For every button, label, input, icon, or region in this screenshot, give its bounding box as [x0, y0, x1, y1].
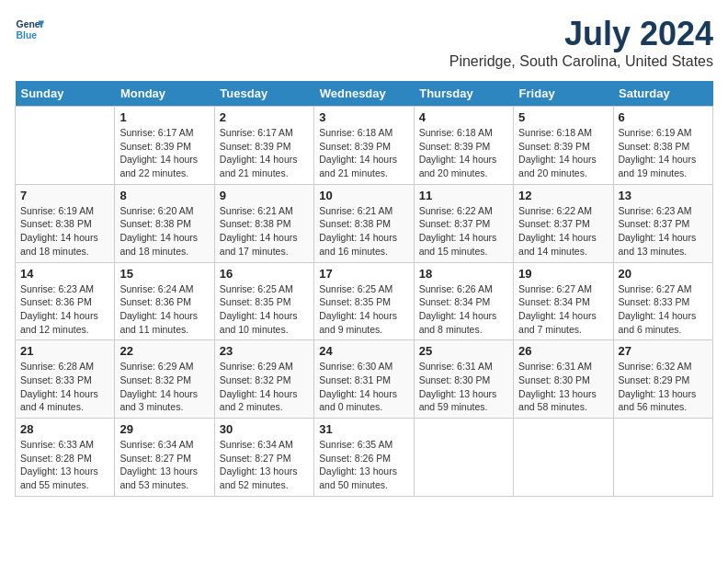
day-info: Sunrise: 6:35 AM Sunset: 8:26 PM Dayligh… [319, 438, 408, 492]
day-number: 8 [119, 189, 209, 202]
day-number: 6 [619, 110, 708, 124]
calendar-header-row: SundayMondayTuesdayWednesdayThursdayFrid… [16, 81, 713, 107]
day-number: 12 [518, 189, 608, 202]
calendar-table: SundayMondayTuesdayWednesdayThursdayFrid… [15, 81, 713, 497]
calendar-cell: 5Sunrise: 6:18 AM Sunset: 8:39 PM Daylig… [514, 107, 613, 185]
day-info: Sunrise: 6:18 AM Sunset: 8:39 PM Dayligh… [518, 126, 608, 180]
calendar-cell: 20Sunrise: 6:27 AM Sunset: 8:33 PM Dayli… [613, 262, 712, 340]
day-info: Sunrise: 6:27 AM Sunset: 8:33 PM Dayligh… [619, 282, 708, 337]
title-area: July 2024 Pineridge, South Carolina, Uni… [449, 15, 713, 70]
day-info: Sunrise: 6:21 AM Sunset: 8:38 PM Dayligh… [319, 204, 408, 259]
day-info: Sunrise: 6:29 AM Sunset: 8:32 PM Dayligh… [119, 360, 209, 414]
day-info: Sunrise: 6:34 AM Sunset: 8:27 PM Dayligh… [220, 438, 309, 492]
day-info: Sunrise: 6:34 AM Sunset: 8:27 PM Dayligh… [119, 438, 209, 492]
calendar-week-5: 28Sunrise: 6:33 AM Sunset: 8:28 PM Dayli… [16, 419, 713, 497]
day-info: Sunrise: 6:25 AM Sunset: 8:35 PM Dayligh… [319, 282, 408, 337]
day-header-monday: Monday [115, 81, 214, 107]
calendar-cell: 13Sunrise: 6:23 AM Sunset: 8:37 PM Dayli… [613, 184, 712, 262]
day-number: 1 [119, 110, 209, 124]
calendar-cell: 27Sunrise: 6:32 AM Sunset: 8:29 PM Dayli… [613, 340, 712, 419]
day-header-thursday: Thursday [414, 81, 513, 107]
day-info: Sunrise: 6:20 AM Sunset: 8:38 PM Dayligh… [119, 204, 209, 259]
calendar-cell: 3Sunrise: 6:18 AM Sunset: 8:39 PM Daylig… [314, 107, 414, 185]
calendar-cell [514, 419, 613, 497]
day-info: Sunrise: 6:32 AM Sunset: 8:29 PM Dayligh… [619, 360, 708, 414]
calendar-cell: 29Sunrise: 6:34 AM Sunset: 8:27 PM Dayli… [115, 419, 214, 497]
calendar-cell: 26Sunrise: 6:31 AM Sunset: 8:30 PM Dayli… [514, 340, 613, 419]
day-number: 16 [220, 267, 309, 281]
day-number: 17 [319, 267, 408, 281]
calendar-cell: 7Sunrise: 6:19 AM Sunset: 8:38 PM Daylig… [16, 184, 115, 262]
day-info: Sunrise: 6:33 AM Sunset: 8:28 PM Dayligh… [20, 438, 109, 492]
day-number: 2 [220, 110, 309, 124]
day-number: 5 [518, 110, 608, 124]
day-info: Sunrise: 6:27 AM Sunset: 8:34 PM Dayligh… [518, 282, 608, 337]
day-number: 29 [119, 422, 209, 436]
day-number: 25 [419, 344, 508, 358]
calendar-cell [16, 107, 115, 185]
day-info: Sunrise: 6:19 AM Sunset: 8:38 PM Dayligh… [20, 204, 109, 259]
day-number: 13 [619, 189, 708, 202]
day-header-tuesday: Tuesday [214, 81, 313, 107]
calendar-cell: 25Sunrise: 6:31 AM Sunset: 8:30 PM Dayli… [414, 340, 513, 419]
day-header-friday: Friday [514, 81, 613, 107]
day-number: 28 [20, 422, 109, 436]
day-number: 31 [319, 422, 408, 436]
calendar-cell: 21Sunrise: 6:28 AM Sunset: 8:33 PM Dayli… [16, 340, 115, 419]
day-info: Sunrise: 6:21 AM Sunset: 8:38 PM Dayligh… [220, 204, 309, 259]
day-header-saturday: Saturday [613, 81, 712, 107]
calendar-cell: 23Sunrise: 6:29 AM Sunset: 8:32 PM Dayli… [214, 340, 313, 419]
day-info: Sunrise: 6:18 AM Sunset: 8:39 PM Dayligh… [419, 126, 508, 180]
day-info: Sunrise: 6:17 AM Sunset: 8:39 PM Dayligh… [220, 126, 309, 180]
day-number: 30 [220, 422, 309, 436]
day-info: Sunrise: 6:19 AM Sunset: 8:38 PM Dayligh… [619, 126, 708, 180]
calendar-week-4: 21Sunrise: 6:28 AM Sunset: 8:33 PM Dayli… [16, 340, 713, 419]
calendar-cell: 18Sunrise: 6:26 AM Sunset: 8:34 PM Dayli… [414, 262, 513, 340]
day-number: 14 [20, 267, 109, 281]
calendar-cell: 12Sunrise: 6:22 AM Sunset: 8:37 PM Dayli… [514, 184, 613, 262]
page-title: July 2024 [449, 15, 713, 53]
day-info: Sunrise: 6:26 AM Sunset: 8:34 PM Dayligh… [419, 282, 508, 337]
calendar-cell: 16Sunrise: 6:25 AM Sunset: 8:35 PM Dayli… [214, 262, 313, 340]
day-header-wednesday: Wednesday [314, 81, 414, 107]
logo: General Blue [15, 15, 44, 44]
page-subtitle: Pineridge, South Carolina, United States [449, 53, 713, 70]
calendar-week-1: 1Sunrise: 6:17 AM Sunset: 8:39 PM Daylig… [16, 107, 713, 185]
day-info: Sunrise: 6:28 AM Sunset: 8:33 PM Dayligh… [20, 360, 109, 414]
calendar-cell: 15Sunrise: 6:24 AM Sunset: 8:36 PM Dayli… [115, 262, 214, 340]
day-number: 21 [20, 344, 109, 358]
day-info: Sunrise: 6:24 AM Sunset: 8:36 PM Dayligh… [119, 282, 209, 337]
day-number: 3 [319, 110, 408, 124]
calendar-cell [613, 419, 712, 497]
day-info: Sunrise: 6:18 AM Sunset: 8:39 PM Dayligh… [319, 126, 408, 180]
day-info: Sunrise: 6:25 AM Sunset: 8:35 PM Dayligh… [220, 282, 309, 337]
day-header-sunday: Sunday [16, 81, 115, 107]
calendar-cell: 11Sunrise: 6:22 AM Sunset: 8:37 PM Dayli… [414, 184, 513, 262]
day-number: 9 [220, 189, 309, 202]
day-info: Sunrise: 6:29 AM Sunset: 8:32 PM Dayligh… [220, 360, 309, 414]
calendar-cell: 17Sunrise: 6:25 AM Sunset: 8:35 PM Dayli… [314, 262, 414, 340]
day-info: Sunrise: 6:22 AM Sunset: 8:37 PM Dayligh… [419, 204, 508, 259]
day-info: Sunrise: 6:17 AM Sunset: 8:39 PM Dayligh… [119, 126, 209, 180]
calendar-cell [414, 419, 513, 497]
day-number: 20 [619, 267, 708, 281]
day-number: 15 [119, 267, 209, 281]
calendar-cell: 24Sunrise: 6:30 AM Sunset: 8:31 PM Dayli… [314, 340, 414, 419]
day-number: 26 [518, 344, 608, 358]
calendar-cell: 30Sunrise: 6:34 AM Sunset: 8:27 PM Dayli… [214, 419, 313, 497]
calendar-week-2: 7Sunrise: 6:19 AM Sunset: 8:38 PM Daylig… [16, 184, 713, 262]
calendar-cell: 10Sunrise: 6:21 AM Sunset: 8:38 PM Dayli… [314, 184, 414, 262]
calendar-cell: 19Sunrise: 6:27 AM Sunset: 8:34 PM Dayli… [514, 262, 613, 340]
day-info: Sunrise: 6:31 AM Sunset: 8:30 PM Dayligh… [419, 360, 508, 414]
calendar-cell: 28Sunrise: 6:33 AM Sunset: 8:28 PM Dayli… [16, 419, 115, 497]
calendar-cell: 6Sunrise: 6:19 AM Sunset: 8:38 PM Daylig… [613, 107, 712, 185]
calendar-week-3: 14Sunrise: 6:23 AM Sunset: 8:36 PM Dayli… [16, 262, 713, 340]
day-number: 4 [419, 110, 508, 124]
day-number: 22 [119, 344, 209, 358]
calendar-cell: 1Sunrise: 6:17 AM Sunset: 8:39 PM Daylig… [115, 107, 214, 185]
day-number: 11 [419, 189, 508, 202]
day-number: 10 [319, 189, 408, 202]
day-number: 19 [518, 267, 608, 281]
calendar-cell: 4Sunrise: 6:18 AM Sunset: 8:39 PM Daylig… [414, 107, 513, 185]
day-number: 27 [619, 344, 708, 358]
